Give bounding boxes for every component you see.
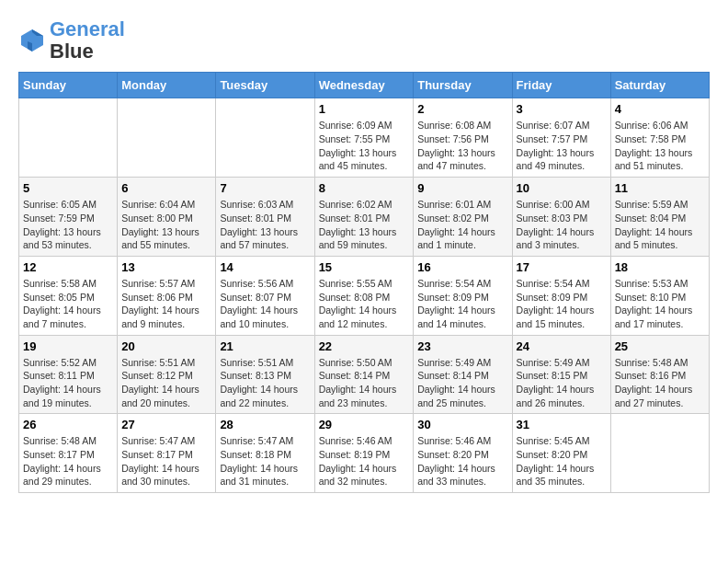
day-number: 25	[615, 339, 705, 353]
day-info: Sunrise: 5:57 AM Sunset: 8:06 PM Dayligh…	[121, 277, 211, 331]
day-number: 12	[23, 260, 113, 274]
day-info: Sunrise: 6:07 AM Sunset: 7:57 PM Dayligh…	[517, 119, 607, 173]
day-number: 28	[220, 418, 310, 431]
day-info: Sunrise: 6:08 AM Sunset: 7:56 PM Dayligh…	[417, 119, 507, 173]
day-number: 8	[319, 181, 410, 195]
page-header: GeneralBlue	[18, 18, 710, 63]
day-info: Sunrise: 6:09 AM Sunset: 7:55 PM Dayligh…	[319, 119, 410, 173]
calendar-cell: 6Sunrise: 6:04 AM Sunset: 8:00 PM Daylig…	[118, 178, 216, 257]
day-number: 19	[23, 339, 113, 353]
day-info: Sunrise: 6:02 AM Sunset: 8:01 PM Dayligh…	[319, 198, 410, 252]
weekday-thursday: Thursday	[414, 73, 512, 98]
day-number: 23	[417, 339, 507, 353]
calendar-cell: 25Sunrise: 5:48 AM Sunset: 8:16 PM Dayli…	[610, 335, 709, 414]
calendar-week-2: 5Sunrise: 6:05 AM Sunset: 7:59 PM Daylig…	[19, 178, 710, 257]
weekday-sunday: Sunday	[19, 73, 118, 98]
weekday-tuesday: Tuesday	[216, 73, 314, 98]
day-number: 11	[615, 181, 705, 195]
day-info: Sunrise: 5:47 AM Sunset: 8:18 PM Dayligh…	[220, 434, 310, 488]
calendar-week-3: 12Sunrise: 5:58 AM Sunset: 8:05 PM Dayli…	[19, 256, 710, 335]
day-number: 20	[121, 339, 211, 353]
day-info: Sunrise: 5:46 AM Sunset: 8:20 PM Dayligh…	[417, 434, 507, 488]
day-info: Sunrise: 5:48 AM Sunset: 8:17 PM Dayligh…	[23, 434, 113, 488]
day-info: Sunrise: 6:05 AM Sunset: 7:59 PM Dayligh…	[23, 198, 113, 252]
calendar-cell: 4Sunrise: 6:06 AM Sunset: 7:58 PM Daylig…	[610, 98, 709, 178]
day-number: 29	[319, 418, 410, 431]
calendar-cell	[19, 98, 118, 178]
calendar-cell: 16Sunrise: 5:54 AM Sunset: 8:09 PM Dayli…	[414, 256, 512, 335]
calendar-cell: 13Sunrise: 5:57 AM Sunset: 8:06 PM Dayli…	[118, 256, 216, 335]
day-info: Sunrise: 5:52 AM Sunset: 8:11 PM Dayligh…	[23, 356, 113, 410]
day-info: Sunrise: 6:00 AM Sunset: 8:03 PM Dayligh…	[517, 198, 607, 252]
day-info: Sunrise: 5:54 AM Sunset: 8:09 PM Dayligh…	[417, 277, 507, 331]
day-info: Sunrise: 5:49 AM Sunset: 8:15 PM Dayligh…	[517, 356, 607, 410]
day-number: 21	[220, 339, 310, 353]
calendar-cell	[610, 414, 709, 493]
calendar-cell: 27Sunrise: 5:47 AM Sunset: 8:17 PM Dayli…	[118, 414, 216, 493]
calendar-cell: 22Sunrise: 5:50 AM Sunset: 8:14 PM Dayli…	[314, 335, 414, 414]
day-number: 16	[417, 260, 507, 274]
calendar-cell: 31Sunrise: 5:45 AM Sunset: 8:20 PM Dayli…	[512, 414, 610, 493]
calendar-cell: 30Sunrise: 5:46 AM Sunset: 8:20 PM Dayli…	[414, 414, 512, 493]
weekday-friday: Friday	[512, 73, 610, 98]
calendar-cell: 1Sunrise: 6:09 AM Sunset: 7:55 PM Daylig…	[314, 98, 414, 178]
weekday-saturday: Saturday	[610, 73, 709, 98]
day-number: 31	[517, 418, 607, 431]
day-number: 30	[417, 418, 507, 431]
day-info: Sunrise: 5:56 AM Sunset: 8:07 PM Dayligh…	[220, 277, 310, 331]
calendar-cell	[216, 98, 314, 178]
day-number: 14	[220, 260, 310, 274]
day-info: Sunrise: 6:03 AM Sunset: 8:01 PM Dayligh…	[220, 198, 310, 252]
day-number: 10	[517, 181, 607, 195]
calendar-cell: 3Sunrise: 6:07 AM Sunset: 7:57 PM Daylig…	[512, 98, 610, 178]
day-info: Sunrise: 5:51 AM Sunset: 8:13 PM Dayligh…	[220, 356, 310, 410]
calendar-cell: 14Sunrise: 5:56 AM Sunset: 8:07 PM Dayli…	[216, 256, 314, 335]
day-info: Sunrise: 5:48 AM Sunset: 8:16 PM Dayligh…	[615, 356, 705, 410]
day-info: Sunrise: 5:46 AM Sunset: 8:19 PM Dayligh…	[319, 434, 410, 488]
calendar-cell: 9Sunrise: 6:01 AM Sunset: 8:02 PM Daylig…	[414, 178, 512, 257]
day-info: Sunrise: 5:50 AM Sunset: 8:14 PM Dayligh…	[319, 356, 410, 410]
day-info: Sunrise: 5:58 AM Sunset: 8:05 PM Dayligh…	[23, 277, 113, 331]
day-number: 2	[417, 102, 507, 116]
day-number: 15	[319, 260, 410, 274]
calendar-week-5: 26Sunrise: 5:48 AM Sunset: 8:17 PM Dayli…	[19, 414, 710, 493]
calendar-cell: 7Sunrise: 6:03 AM Sunset: 8:01 PM Daylig…	[216, 178, 314, 257]
logo-icon	[18, 27, 46, 54]
calendar-cell: 18Sunrise: 5:53 AM Sunset: 8:10 PM Dayli…	[610, 256, 709, 335]
calendar-cell: 24Sunrise: 5:49 AM Sunset: 8:15 PM Dayli…	[512, 335, 610, 414]
day-number: 18	[615, 260, 705, 274]
day-info: Sunrise: 5:54 AM Sunset: 8:09 PM Dayligh…	[517, 277, 607, 331]
calendar-week-4: 19Sunrise: 5:52 AM Sunset: 8:11 PM Dayli…	[19, 335, 710, 414]
calendar-cell: 26Sunrise: 5:48 AM Sunset: 8:17 PM Dayli…	[19, 414, 118, 493]
calendar-cell: 21Sunrise: 5:51 AM Sunset: 8:13 PM Dayli…	[216, 335, 314, 414]
day-number: 5	[23, 181, 113, 195]
day-info: Sunrise: 6:06 AM Sunset: 7:58 PM Dayligh…	[615, 119, 705, 173]
day-number: 9	[417, 181, 507, 195]
day-info: Sunrise: 6:01 AM Sunset: 8:02 PM Dayligh…	[417, 198, 507, 252]
calendar-cell: 15Sunrise: 5:55 AM Sunset: 8:08 PM Dayli…	[314, 256, 414, 335]
calendar-cell: 20Sunrise: 5:51 AM Sunset: 8:12 PM Dayli…	[118, 335, 216, 414]
calendar-header: SundayMondayTuesdayWednesdayThursdayFrid…	[19, 73, 710, 98]
calendar-cell: 19Sunrise: 5:52 AM Sunset: 8:11 PM Dayli…	[19, 335, 118, 414]
logo-text: GeneralBlue	[50, 18, 125, 63]
calendar-week-1: 1Sunrise: 6:09 AM Sunset: 7:55 PM Daylig…	[19, 98, 710, 178]
calendar-cell: 17Sunrise: 5:54 AM Sunset: 8:09 PM Dayli…	[512, 256, 610, 335]
day-number: 4	[615, 102, 705, 116]
day-number: 13	[121, 260, 211, 274]
calendar-cell: 2Sunrise: 6:08 AM Sunset: 7:56 PM Daylig…	[414, 98, 512, 178]
day-info: Sunrise: 5:59 AM Sunset: 8:04 PM Dayligh…	[615, 198, 705, 252]
day-info: Sunrise: 5:55 AM Sunset: 8:08 PM Dayligh…	[319, 277, 410, 331]
day-number: 22	[319, 339, 410, 353]
day-number: 6	[121, 181, 211, 195]
calendar-cell: 23Sunrise: 5:49 AM Sunset: 8:14 PM Dayli…	[414, 335, 512, 414]
calendar-cell: 28Sunrise: 5:47 AM Sunset: 8:18 PM Dayli…	[216, 414, 314, 493]
calendar-cell	[118, 98, 216, 178]
calendar-cell: 11Sunrise: 5:59 AM Sunset: 8:04 PM Dayli…	[610, 178, 709, 257]
day-info: Sunrise: 5:53 AM Sunset: 8:10 PM Dayligh…	[615, 277, 705, 331]
weekday-monday: Monday	[118, 73, 216, 98]
day-info: Sunrise: 6:04 AM Sunset: 8:00 PM Dayligh…	[121, 198, 211, 252]
day-info: Sunrise: 5:49 AM Sunset: 8:14 PM Dayligh…	[417, 356, 507, 410]
day-number: 17	[517, 260, 607, 274]
day-number: 1	[319, 102, 410, 116]
day-number: 27	[121, 418, 211, 431]
